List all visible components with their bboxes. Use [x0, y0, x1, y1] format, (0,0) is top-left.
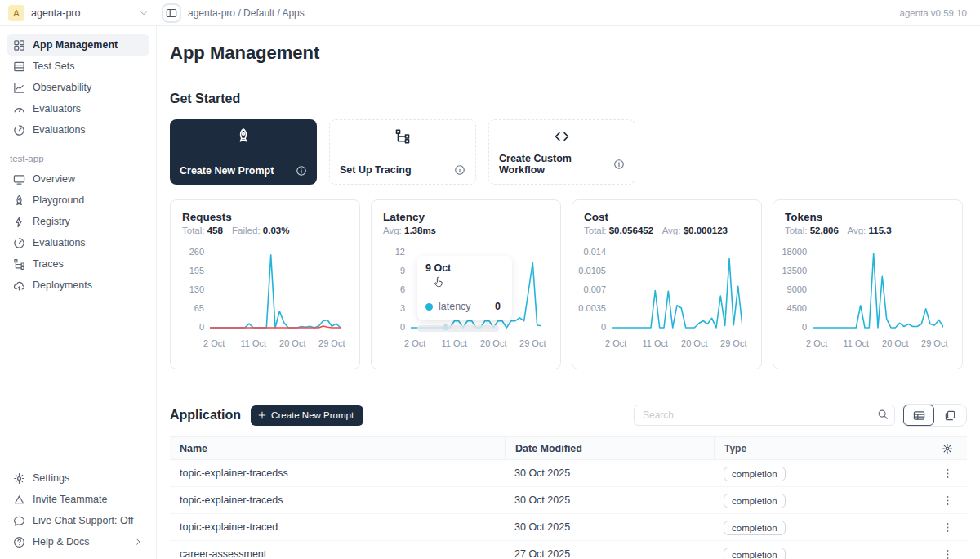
- chart-stat-label: Failed:: [232, 226, 261, 235]
- sidebar-item-invite-teammate[interactable]: Invite Teammate: [7, 489, 149, 510]
- create-new-prompt-button[interactable]: Create New Prompt: [251, 405, 363, 426]
- search-input[interactable]: [634, 405, 895, 426]
- sidebar-item-label: Invite Teammate: [33, 494, 107, 505]
- get-started-card-create-new-prompt[interactable]: Create New Prompt: [170, 119, 317, 185]
- info-icon[interactable]: [296, 165, 307, 177]
- info-icon[interactable]: [454, 164, 466, 176]
- chart-stats: Total: $0.056452 Avg: $0.000123: [584, 226, 750, 235]
- app-version: agenta v0.59.10: [900, 8, 980, 18]
- card-label: Create Custom Workflow: [499, 153, 613, 176]
- table-view-button[interactable]: [903, 405, 934, 426]
- y-tick-label: 195: [189, 266, 204, 275]
- chart-stats: Total: 458 Failed: 0.03%: [182, 226, 348, 235]
- rocket-icon: [180, 127, 307, 144]
- x-axis: 2 Oct11 Oct20 Oct29 Oct: [813, 338, 943, 351]
- chart-plot[interactable]: 2 Oct11 Oct20 Oct29 Oct: [612, 247, 742, 351]
- app-date-modified: 30 Oct 2025: [505, 467, 714, 479]
- table-row[interactable]: topic-explainer-traced30 Oct 2025complet…: [170, 514, 967, 541]
- y-tick-label: 9: [400, 266, 405, 275]
- app-date-modified: 30 Oct 2025: [505, 494, 714, 506]
- tooltip-series-name: latency: [439, 301, 471, 312]
- app-type-badge: completion: [724, 548, 786, 559]
- metrics-charts-row: RequestsTotal: 458 Failed: 0.03%26019513…: [170, 199, 967, 369]
- column-header-name[interactable]: Name: [170, 443, 505, 454]
- search-icon[interactable]: [877, 409, 889, 420]
- chevron-right-icon: [133, 537, 143, 547]
- row-menu-icon[interactable]: [942, 467, 954, 480]
- x-tick-label: 20 Oct: [480, 338, 506, 348]
- chevron-down-icon: [139, 8, 149, 18]
- column-header-date-modified[interactable]: Date Modified: [505, 437, 714, 459]
- sidebar-item-observability[interactable]: Observability: [7, 77, 149, 98]
- top-bar: A agenta-pro agenta-pro / Default / Apps…: [0, 0, 980, 26]
- y-tick-label: 0: [400, 322, 405, 332]
- tooltip-value: 0: [495, 301, 504, 312]
- x-tick-label: 11 Oct: [642, 338, 668, 348]
- column-header-type[interactable]: Type: [714, 437, 928, 459]
- chart-card-latency: LatencyAvg: 1.38ms1296302 Oct11 Oct20 Oc…: [371, 199, 561, 369]
- chart-stat-value: 115.3: [868, 226, 891, 235]
- chart-stat-value: $0.056452: [609, 226, 653, 235]
- sidebar-item-evaluations[interactable]: Evaluations: [7, 232, 149, 253]
- get-started-card-set-up-tracing[interactable]: Set Up Tracing: [329, 119, 476, 185]
- table-row[interactable]: career-assessment27 Oct 2025completion: [170, 541, 967, 559]
- sidebar-item-live-chat-support-off[interactable]: Live Chat Support: Off: [7, 510, 149, 531]
- panel-left-icon: [166, 7, 177, 19]
- y-tick-label: 130: [189, 284, 204, 294]
- sidebar-item-label: Deployments: [33, 280, 92, 291]
- sidebar-item-playground[interactable]: Playground: [7, 190, 149, 211]
- chart-icon: [13, 82, 25, 94]
- row-menu-icon[interactable]: [942, 521, 954, 534]
- x-tick-label: 20 Oct: [681, 338, 707, 348]
- chart-title: Requests: [182, 211, 348, 223]
- card-view-button[interactable]: [934, 405, 965, 426]
- chart-card-cost: CostTotal: $0.056452 Avg: $0.0001230.014…: [572, 199, 762, 369]
- chart-stat-label: Avg:: [662, 226, 681, 235]
- y-tick-label: 260: [189, 247, 204, 257]
- sidebar-item-label: Registry: [33, 216, 70, 227]
- sidebar-item-app-management[interactable]: App Management: [7, 34, 149, 56]
- sidebar-toggle-button[interactable]: [162, 3, 181, 23]
- row-menu-icon[interactable]: [942, 548, 954, 559]
- grid-icon: [13, 39, 25, 51]
- app-name: career-assessment: [170, 548, 505, 559]
- y-tick-label: 0.0035: [578, 303, 606, 313]
- sidebar-item-overview[interactable]: Overview: [7, 168, 149, 190]
- y-axis: 260195130650: [182, 247, 210, 332]
- info-icon[interactable]: [613, 159, 625, 170]
- chart-stat-value: 0.03%: [263, 226, 290, 235]
- sidebar-item-label: Settings: [33, 472, 69, 484]
- sidebar-item-traces[interactable]: Traces: [7, 253, 149, 275]
- card-view-icon: [944, 409, 956, 422]
- sidebar-item-evaluations[interactable]: Evaluations: [7, 119, 149, 141]
- sidebar-item-evaluators[interactable]: Evaluators: [7, 98, 149, 119]
- chat-icon: [13, 515, 25, 527]
- chart-plot[interactable]: 2 Oct11 Oct20 Oct29 Oct: [210, 247, 341, 351]
- sidebar-item-test-sets[interactable]: Test Sets: [7, 56, 149, 77]
- view-toggle: [902, 404, 967, 427]
- y-tick-label: 65: [194, 303, 204, 313]
- chart-plot[interactable]: 2 Oct11 Oct20 Oct29 Oct: [813, 247, 943, 351]
- table-settings-icon[interactable]: [942, 443, 953, 454]
- app-type-badge: completion: [724, 521, 786, 535]
- table-row[interactable]: topic-explainer-tracedss30 Oct 2025compl…: [170, 460, 967, 487]
- application-header-row: Application Create New Prompt: [170, 404, 967, 427]
- chart-stat-value: 458: [207, 226, 223, 235]
- get-started-card-create-custom-workflow[interactable]: Create Custom Workflow: [488, 119, 635, 185]
- chart-stat-label: Total:: [182, 226, 205, 235]
- get-started-heading: Get Started: [170, 92, 967, 106]
- table-row[interactable]: topic-explainer-traceds30 Oct 2025comple…: [170, 487, 967, 514]
- workspace-selector[interactable]: A agenta-pro: [0, 5, 157, 21]
- sidebar-item-registry[interactable]: Registry: [7, 211, 149, 232]
- chart-title: Latency: [383, 211, 549, 223]
- table-icon: [13, 60, 25, 73]
- sidebar-spacer: [7, 296, 149, 467]
- sidebar-item-help-docs[interactable]: Help & Docs: [7, 531, 149, 552]
- row-menu-icon[interactable]: [942, 494, 954, 507]
- sidebar-item-settings[interactable]: Settings: [7, 467, 149, 489]
- table-view-icon: [913, 409, 925, 422]
- sidebar-item-deployments[interactable]: Deployments: [7, 275, 149, 296]
- tree-icon: [13, 258, 25, 271]
- y-tick-label: 0.014: [583, 247, 606, 257]
- workspace-name: agenta-pro: [31, 7, 132, 19]
